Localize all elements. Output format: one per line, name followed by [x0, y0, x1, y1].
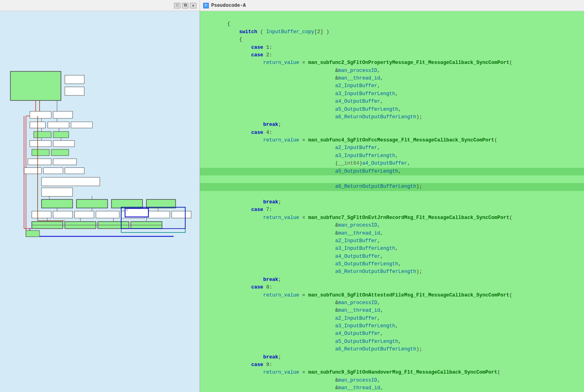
- code-line: a4_OutputBuffer,: [203, 254, 383, 259]
- code-line: a3_InputBufferLength,: [203, 91, 398, 97]
- code-line: a2_InputBuffer,: [203, 83, 380, 89]
- restore-button[interactable]: ⧉: [182, 3, 188, 8]
- svg-rect-24: [42, 177, 100, 186]
- svg-rect-21: [24, 167, 42, 174]
- svg-rect-19: [28, 159, 51, 165]
- svg-rect-35: [146, 211, 170, 218]
- svg-rect-26: [42, 199, 73, 208]
- code-content: { switch ( InputBuffer_copy[2] ) { case …: [200, 13, 584, 392]
- code-line: break;: [203, 122, 281, 127]
- code-line-highlighted: a5_OutputBufferLength,: [200, 168, 584, 175]
- code-line: return_value = man_subfunc4_SgFltOnFccMe…: [203, 137, 497, 143]
- svg-rect-55: [26, 231, 40, 237]
- svg-rect-33: [96, 211, 119, 218]
- code-line: &man__thread_id,: [203, 76, 383, 81]
- svg-rect-12: [71, 122, 92, 128]
- svg-rect-22: [44, 167, 63, 174]
- code-line: case 4:: [203, 130, 272, 135]
- right-panel[interactable]: { switch ( InputBuffer_copy[2] ) { case …: [200, 11, 584, 392]
- svg-rect-16: [53, 140, 74, 147]
- code-line: case 1:: [203, 45, 272, 50]
- svg-rect-30: [32, 211, 51, 218]
- code-line: &man_processID,: [203, 300, 380, 306]
- code-line: break;: [203, 277, 281, 283]
- svg-rect-25: [42, 188, 73, 196]
- code-line: a6_ReturnOutputBufferLength);: [203, 346, 422, 352]
- code-line: break;: [203, 199, 281, 205]
- code-line: a5_OutputBufferLength,: [203, 107, 401, 112]
- svg-rect-15: [30, 140, 51, 147]
- code-line: a4_OutputBuffer,: [203, 99, 383, 104]
- code-line: switch ( InputBuffer_copy[2] ): [203, 29, 329, 35]
- svg-rect-31: [53, 211, 73, 218]
- code-line: break;: [203, 354, 281, 360]
- right-panel-title: P Pseudocode-A: [200, 0, 249, 11]
- code-line: (__int64)a4_OutputBuffer,: [203, 161, 410, 166]
- svg-rect-13: [34, 131, 51, 138]
- minimize-button[interactable]: □: [174, 3, 180, 8]
- svg-rect-27: [76, 199, 108, 208]
- code-line: a6_ReturnOutputBufferLength);: [203, 269, 422, 275]
- main-content: { switch ( InputBuffer_copy[2] ) { case …: [0, 11, 584, 392]
- code-line: &man__thread_id,: [203, 308, 383, 313]
- title-buttons[interactable]: □ ⧉ ✕: [174, 3, 196, 8]
- svg-rect-36: [172, 211, 191, 218]
- code-line: &man_processID,: [203, 378, 380, 383]
- code-line-highlighted: a6_ReturnOutputBufferLength);: [200, 183, 584, 191]
- svg-rect-17: [32, 149, 49, 156]
- svg-rect-3: [65, 87, 84, 95]
- code-line: a2_InputBuffer,: [203, 238, 380, 244]
- svg-rect-41: [125, 209, 148, 217]
- code-line: &man__thread_id,: [203, 385, 383, 391]
- code-line: a5_OutputBufferLength,: [203, 339, 401, 344]
- title-bar: □ ⧉ ✕ P Pseudocode-A: [0, 0, 584, 11]
- code-line: return_value = man_subfunc2_SgFltOnPrope…: [203, 60, 512, 66]
- code-line: a3_InputBufferLength,: [203, 323, 398, 329]
- code-line: case 8:: [203, 285, 272, 290]
- svg-rect-9: [53, 111, 73, 118]
- code-line: a4_OutputBuffer,: [203, 331, 383, 336]
- svg-rect-23: [65, 167, 84, 174]
- svg-rect-14: [53, 131, 69, 138]
- code-line: &man_processID,: [203, 68, 380, 74]
- code-line: a5_OutputBufferLength,: [203, 261, 401, 267]
- code-line: &man_processID,: [203, 223, 380, 228]
- code-line: &man__thread_id,: [203, 231, 383, 236]
- code-line: a2_InputBuffer,: [203, 316, 380, 321]
- right-panel-title-text: Pseudocode-A: [211, 3, 246, 8]
- pseudocode-icon: P: [203, 3, 209, 8]
- svg-rect-32: [74, 211, 94, 218]
- svg-rect-1: [10, 72, 61, 101]
- svg-rect-2: [65, 75, 84, 84]
- code-line: case 2:: [203, 52, 272, 58]
- code-line: case 7:: [203, 207, 272, 213]
- code-line: a3_InputBufferLength,: [203, 153, 398, 159]
- code-line: return_value = man_subfunc9_SgFltOnHando…: [203, 370, 500, 375]
- svg-rect-18: [51, 149, 69, 156]
- svg-rect-8: [30, 111, 51, 118]
- code-line: a2_InputBuffer,: [203, 145, 380, 151]
- left-panel-title: □ ⧉ ✕: [0, 0, 200, 11]
- graph-canvas: [0, 11, 200, 392]
- svg-rect-28: [112, 199, 143, 208]
- code-line: case 9:: [203, 362, 272, 368]
- code-line: {: [203, 37, 242, 42]
- svg-rect-29: [146, 199, 176, 208]
- code-line: return_value = man_subfunc7_SgFltOnEvtJr…: [203, 215, 512, 221]
- left-panel: [0, 11, 200, 392]
- code-line: return_value = man_subfunc8_SgFltOnAttes…: [203, 293, 512, 298]
- code-line: a6_ReturnOutputBufferLength);: [203, 114, 422, 120]
- code-line: a3_InputBufferLength,: [203, 246, 398, 251]
- svg-rect-11: [48, 122, 69, 128]
- close-button[interactable]: ✕: [190, 3, 196, 8]
- svg-rect-20: [53, 159, 76, 165]
- code-line: {: [203, 21, 230, 27]
